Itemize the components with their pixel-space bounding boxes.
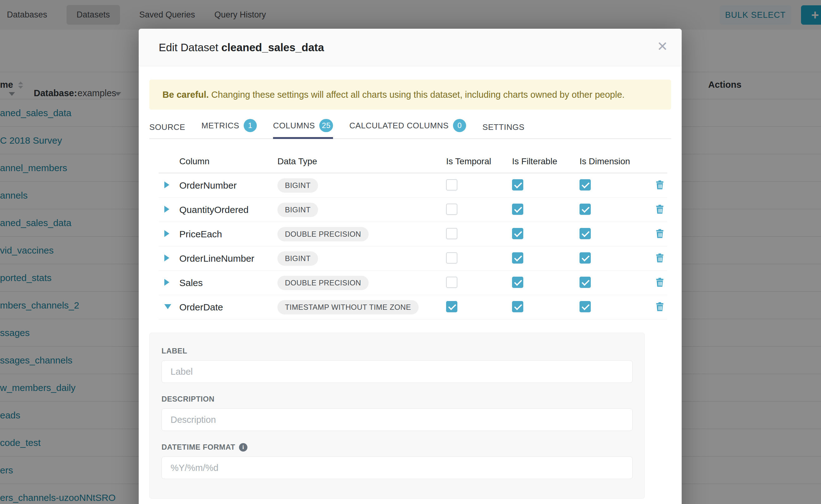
delete-column-button[interactable] [655, 277, 665, 288]
metrics-count-badge: 1 [244, 119, 257, 132]
collapse-caret-icon[interactable] [164, 304, 171, 309]
is-filterable-checkbox[interactable] [512, 301, 523, 312]
data-type-header: Data Type [277, 156, 446, 166]
is-filterable-header: Is Filterable [512, 156, 580, 166]
label-field-label: LABEL [161, 347, 633, 355]
trash-icon [655, 180, 665, 190]
is-dimension-checkbox[interactable] [580, 179, 591, 190]
trash-icon [655, 228, 665, 239]
tab-settings[interactable]: SETTINGS [482, 122, 525, 138]
description-input[interactable] [161, 408, 633, 431]
column-name: OrderNumber [179, 180, 277, 191]
is-filterable-checkbox[interactable] [512, 228, 523, 239]
label-input[interactable] [161, 360, 633, 383]
data-type-pill: DOUBLE PRECISION [277, 227, 368, 241]
edit-dataset-modal: Edit Dataset cleaned_sales_data ✕ Be car… [139, 29, 682, 504]
is-filterable-checkbox[interactable] [512, 277, 523, 288]
is-temporal-checkbox[interactable] [446, 252, 458, 264]
column-detail-panel: LABEL DESCRIPTION DATETIME FORMAT [149, 333, 645, 499]
tab-label: CALCULATED COLUMNS [349, 121, 449, 131]
tab-label: METRICS [201, 121, 239, 131]
modal-header: Edit Dataset cleaned_sales_data ✕ [139, 29, 682, 66]
delete-column-button[interactable] [655, 228, 665, 239]
column-name: Sales [179, 278, 277, 288]
description-field-group: DESCRIPTION [161, 395, 633, 431]
table-row: OrderDate TIMESTAMP WITHOUT TIME ZONE [159, 295, 667, 319]
is-dimension-checkbox[interactable] [580, 252, 591, 264]
is-temporal-checkbox[interactable] [446, 277, 458, 288]
data-type-pill: BIGINT [277, 203, 318, 217]
table-row: QuantityOrdered BIGINT [159, 198, 667, 222]
column-name: QuantityOrdered [179, 205, 277, 215]
is-temporal-checkbox[interactable] [446, 204, 458, 215]
delete-column-button[interactable] [655, 253, 665, 263]
warning-banner-text: Changing these settings will affect all … [209, 90, 625, 100]
data-type-pill: TIMESTAMP WITHOUT TIME ZONE [277, 300, 419, 314]
is-temporal-checkbox[interactable] [446, 179, 458, 190]
column-name: PriceEach [179, 229, 277, 240]
column-name: OrderLineNumber [179, 253, 277, 264]
tab-label: COLUMNS [273, 121, 315, 131]
table-row: Sales DOUBLE PRECISION [159, 271, 667, 295]
table-row: OrderLineNumber BIGINT [159, 246, 667, 271]
modal-title: Edit Dataset cleaned_sales_data [159, 41, 324, 54]
is-temporal-header: Is Temporal [446, 156, 512, 166]
modal-title-prefix: Edit Dataset [159, 41, 221, 53]
expand-caret-icon[interactable] [164, 230, 169, 237]
column-header: Column [179, 156, 277, 166]
delete-column-button[interactable] [655, 301, 665, 312]
columns-table: Column Data Type Is Temporal Is Filterab… [159, 150, 667, 319]
table-row: PriceEach DOUBLE PRECISION [159, 222, 667, 246]
info-icon[interactable] [239, 443, 247, 452]
trash-icon [655, 204, 665, 215]
trash-icon [655, 277, 665, 288]
tab-calculated-columns[interactable]: CALCULATED COLUMNS 0 [349, 119, 466, 138]
datetime-format-field-group: DATETIME FORMAT [161, 443, 633, 479]
warning-banner-bold: Be careful. [162, 90, 209, 100]
columns-count-badge: 25 [319, 119, 333, 132]
tab-metrics[interactable]: METRICS 1 [201, 119, 257, 138]
modal-body: Be careful. Changing these settings will… [139, 80, 682, 499]
modal-title-dataset-name: cleaned_sales_data [221, 41, 324, 53]
calculated-columns-count-badge: 0 [453, 119, 466, 132]
column-name: OrderDate [179, 302, 277, 313]
datetime-format-input[interactable] [161, 457, 633, 479]
data-type-pill: DOUBLE PRECISION [277, 276, 368, 290]
is-dimension-checkbox[interactable] [580, 204, 591, 215]
is-filterable-checkbox[interactable] [512, 252, 523, 264]
is-filterable-checkbox[interactable] [512, 204, 523, 215]
is-filterable-checkbox[interactable] [512, 179, 523, 190]
is-dimension-checkbox[interactable] [580, 277, 591, 288]
is-temporal-checkbox[interactable] [446, 301, 458, 312]
is-dimension-checkbox[interactable] [580, 228, 591, 239]
modal-tabs: SOURCE METRICS 1 COLUMNS 25 CALCULATED C… [149, 118, 671, 139]
description-field-label: DESCRIPTION [161, 395, 633, 403]
is-dimension-checkbox[interactable] [580, 301, 591, 312]
data-type-pill: BIGINT [277, 251, 318, 266]
label-field-group: LABEL [161, 347, 633, 383]
expand-caret-icon[interactable] [164, 254, 169, 261]
trash-icon [655, 253, 665, 263]
tab-columns[interactable]: COLUMNS 25 [273, 119, 333, 138]
columns-table-header: Column Data Type Is Temporal Is Filterab… [159, 150, 667, 173]
tab-source[interactable]: SOURCE [149, 122, 185, 138]
delete-column-button[interactable] [655, 180, 665, 190]
close-icon[interactable]: ✕ [657, 40, 668, 53]
is-dimension-header: Is Dimension [580, 156, 655, 166]
expand-caret-icon[interactable] [164, 181, 169, 188]
expand-caret-icon[interactable] [164, 279, 169, 286]
data-type-pill: BIGINT [277, 178, 318, 193]
tab-label: SOURCE [149, 122, 185, 132]
delete-column-button[interactable] [655, 204, 665, 215]
table-row: OrderNumber BIGINT [159, 173, 667, 198]
warning-banner: Be careful. Changing these settings will… [149, 80, 671, 110]
trash-icon [655, 301, 665, 312]
datetime-format-field-label: DATETIME FORMAT [161, 443, 633, 452]
is-temporal-checkbox[interactable] [446, 228, 458, 239]
expand-caret-icon[interactable] [164, 206, 169, 213]
tab-label: SETTINGS [482, 122, 525, 132]
